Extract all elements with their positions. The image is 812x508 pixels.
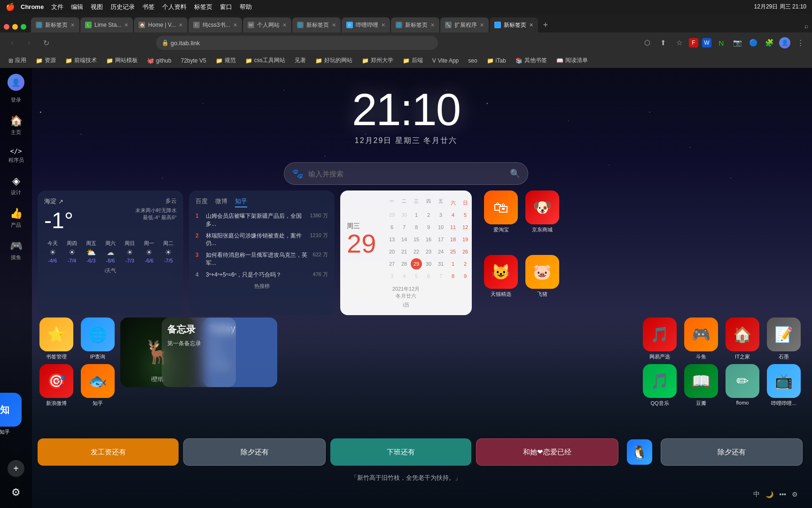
app-shimo[interactable]: 📝 石墨 — [765, 318, 803, 360]
tab-close-4[interactable]: ✕ — [282, 22, 287, 28]
url-bar[interactable]: 🔒 go.itab.link — [156, 36, 438, 50]
add-section-button[interactable]: + — [8, 460, 24, 477]
tab-2[interactable]: 🏠 Home | V... ✕ — [134, 17, 187, 32]
apple-menu[interactable]: 🍎 — [6, 2, 15, 11]
more-icon[interactable]: ⋮ — [794, 37, 806, 49]
bookmark-funweb[interactable]: 📁 好玩的网站 — [312, 56, 356, 65]
app-douyu2[interactable]: 🎮 斗鱼 — [682, 318, 720, 360]
sidebar-item-fish[interactable]: 🎮 摸鱼 — [2, 236, 30, 265]
extension-icon-1[interactable]: F — [689, 38, 698, 48]
news-tab-baidu[interactable]: 百度 — [195, 197, 208, 207]
extension-icon-4[interactable]: 📷 — [731, 37, 743, 49]
tab-1[interactable]: L Lime Sta... ✕ — [80, 17, 133, 32]
user-avatar[interactable]: 👤 — [779, 37, 790, 48]
app-qqmusic[interactable]: 🎵 QQ音乐 — [641, 364, 679, 407]
tab-9[interactable]: 🌐 新标签页 ✕ — [490, 17, 538, 32]
menu-tabs[interactable]: 标签页 — [194, 3, 212, 11]
ctrl-dots[interactable]: ••• — [779, 491, 786, 498]
bookmark-spec[interactable]: 📁 规范 — [212, 56, 240, 65]
tab-close-3[interactable]: ✕ — [233, 22, 237, 28]
bookmark-other[interactable]: 📚 其他书签 — [512, 56, 551, 65]
banner-love[interactable]: 和她❤恋爱已经 — [476, 438, 618, 466]
bookmark-frontend[interactable]: 📁 前端技术 — [62, 56, 101, 65]
menu-window[interactable]: 窗口 — [220, 3, 232, 11]
bookmark-viteapp[interactable]: V Vite App — [429, 56, 463, 65]
bookmark-backend[interactable]: 📁 后端 — [399, 56, 427, 65]
bookmark-seo[interactable]: seo — [464, 56, 481, 65]
external-link-icon[interactable]: ⬡ — [641, 37, 653, 49]
ctrl-moon[interactable]: 🌙 — [765, 491, 773, 498]
app-feizhu[interactable]: 🐷 飞猪 — [523, 255, 561, 316]
sidebar-item-design[interactable]: ◈ 设计 — [2, 171, 30, 200]
banner-chuxi[interactable]: 除夕还有 — [183, 438, 325, 466]
sidebar-item-home[interactable]: 🏠 主页 — [2, 111, 30, 140]
minimize-button[interactable] — [12, 24, 18, 30]
bookmark-zzu[interactable]: 📁 郑州大学 — [358, 56, 397, 65]
tab-4[interactable]: W 个人网站 ✕ — [243, 17, 291, 32]
bookmark-jianzhao[interactable]: 见著 — [291, 56, 310, 65]
user-avatar-sidebar[interactable]: 👤 — [8, 74, 24, 91]
penguin-button[interactable]: 🐧 — [623, 438, 656, 466]
app-zhihu[interactable]: 知 知乎 — [0, 393, 23, 436]
bookmark-72byte[interactable]: 72byte V5 — [177, 56, 210, 65]
app-tmall[interactable]: 😺 天猫精选 — [482, 255, 520, 316]
tab-0[interactable]: 🌐 新标签页 ✕ — [31, 17, 79, 32]
bookmark-templates[interactable]: 📁 网站模板 — [102, 56, 141, 65]
bookmark-github[interactable]: 🐙 github — [143, 56, 175, 65]
maximize-button[interactable] — [21, 24, 26, 30]
news-item-2[interactable]: 3 如何看待消息称一旦俄军进攻乌克兰，英军... 622 万 — [195, 251, 328, 267]
bookmark-icon[interactable]: ☆ — [673, 37, 685, 49]
tab-5[interactable]: 🌐 新标签页 ✕ — [292, 17, 341, 32]
menu-help[interactable]: 帮助 — [240, 3, 252, 11]
banner-salary[interactable]: 发工资还有 — [38, 438, 179, 466]
tab-close-1[interactable]: ✕ — [124, 22, 128, 28]
bookmark-css-tools[interactable]: 📁 css工具网站 — [242, 56, 289, 65]
tab-close-8[interactable]: ✕ — [480, 22, 484, 28]
bookmark-reading[interactable]: 📖 阅读清单 — [553, 56, 592, 65]
search-bar[interactable]: 🐾 🔍 — [284, 162, 528, 185]
extension-icon-2[interactable]: W — [702, 38, 711, 48]
bookmark-apps[interactable]: ⊞ 应用 — [5, 56, 30, 65]
app-bilibili[interactable]: 📺 哔哩哔哩... — [765, 364, 803, 407]
tab-close-9[interactable]: ✕ — [529, 22, 533, 28]
back-button[interactable]: ‹ — [6, 36, 19, 49]
forward-button[interactable]: › — [23, 36, 36, 49]
extension-icon-3[interactable]: N — [715, 37, 727, 49]
news-tab-weibo[interactable]: 微博 — [215, 197, 227, 207]
menu-edit[interactable]: 编辑 — [71, 3, 83, 11]
tab-7[interactable]: 🌐 新标签页 ✕ — [391, 17, 439, 32]
share-icon[interactable]: ⬆ — [657, 37, 669, 49]
tab-close-5[interactable]: ✕ — [332, 22, 336, 28]
app-douban[interactable]: 📖 豆瓣 — [682, 364, 720, 407]
news-item-3[interactable]: 4 3ⁿ+4ⁿ+5ⁿ=6ⁿ，只是个巧合吗？ 476 万 — [195, 271, 328, 279]
tab-6[interactable]: B 哔哩哔哩 ✕ — [342, 17, 390, 32]
menu-file[interactable]: 文件 — [51, 3, 63, 11]
banner-offwork[interactable]: 下班还有 — [330, 438, 471, 466]
tab-3[interactable]: C 纯css3书... ✕ — [188, 17, 242, 32]
app-jd[interactable]: 🐶 京东商城 — [523, 190, 561, 251]
app-ithome[interactable]: 🏠 IT之家 — [724, 318, 761, 360]
reload-button[interactable]: ↻ — [39, 36, 53, 49]
new-tab-button[interactable]: + — [539, 18, 552, 32]
ctrl-zh[interactable]: 中 — [753, 490, 760, 499]
news-item-0[interactable]: 1 山姆会员店被曝下架新疆产品后，全国多... 1380 万 — [195, 212, 328, 228]
menu-view[interactable]: 视图 — [91, 3, 103, 11]
menu-bookmarks[interactable]: 书签 — [142, 3, 155, 11]
app-taobao[interactable]: 🛍 爱淘宝 — [482, 190, 520, 251]
close-button[interactable] — [4, 24, 9, 30]
tab-search-icon[interactable]: ⌕ — [804, 22, 808, 30]
app-ipchaxun[interactable]: 🌐 IP查询 — [79, 318, 117, 360]
extension-icon-5[interactable]: 🔵 — [747, 37, 759, 49]
sidebar-item-dev[interactable]: </> 程序员 — [2, 143, 30, 167]
tab-8[interactable]: 🔧 扩展程序 ✕ — [440, 17, 489, 32]
sidebar-item-product[interactable]: 👍 产品 — [2, 204, 30, 232]
bookmark-itab[interactable]: 📁 iTab — [483, 56, 510, 65]
app-wyy2[interactable]: 🎵 网易严选 — [641, 318, 679, 360]
app-bksgl[interactable]: ⭐ 书签管理 — [38, 318, 75, 360]
search-input[interactable] — [308, 170, 505, 178]
news-tab-zhihu[interactable]: 知乎 — [235, 197, 247, 207]
menu-profile[interactable]: 个人资料 — [162, 3, 187, 11]
app-flomo[interactable]: ✏ flomo — [724, 364, 761, 407]
ctrl-settings[interactable]: ⚙ — [792, 491, 798, 498]
bookmark-resources[interactable]: 📁 资源 — [32, 56, 60, 65]
